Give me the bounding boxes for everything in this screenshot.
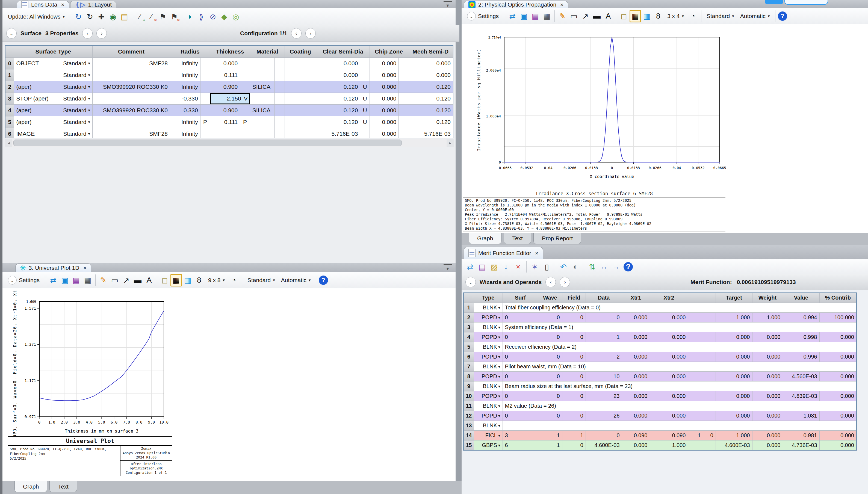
element-tilt-icon[interactable]: ◗	[184, 11, 195, 23]
merit-col-header[interactable]: Data	[586, 293, 622, 303]
automatic-dropdown[interactable]: Automatic▾	[278, 277, 314, 283]
row-number[interactable]: 4	[464, 332, 474, 342]
merit-cell[interactable]	[703, 352, 716, 362]
lens-cell[interactable]: 0.000	[210, 58, 240, 69]
comment-operand-cell[interactable]: Total fiber coupling efficiency (Data = …	[503, 303, 856, 313]
lens-cell[interactable]	[250, 116, 275, 128]
merit-cell[interactable]: 1	[562, 431, 586, 440]
merit-cell[interactable]: 1.000	[650, 440, 688, 451]
merit-cell[interactable]	[688, 391, 703, 401]
row-number[interactable]: 6	[464, 352, 474, 362]
next-config-button[interactable]: ›	[305, 28, 316, 38]
merit-cell[interactable]: 0.000	[650, 411, 688, 421]
merit-cell[interactable]: 4.600E-03	[586, 440, 622, 451]
lens-cell[interactable]: 0.000	[408, 69, 453, 81]
copy-icon[interactable]: ▣	[518, 10, 530, 22]
operand-type-cell[interactable]: POPD▾	[474, 372, 503, 381]
aperture-stop-icon[interactable]: ⊘	[207, 11, 219, 23]
merit-cell[interactable]: 0.000	[650, 391, 688, 401]
settings-dropdown[interactable]: ⌄Settings	[464, 12, 502, 20]
lens-col-header[interactable]: Radius	[170, 45, 210, 58]
merit-cell[interactable]	[703, 313, 716, 323]
merit-cell[interactable]: 6	[503, 440, 538, 451]
operand-type-cell[interactable]: BLNK▾	[474, 323, 503, 332]
merit-cell[interactable]: 23	[586, 391, 622, 401]
lens-cell[interactable]: 0.120	[408, 116, 453, 128]
lens-cell[interactable]	[250, 58, 275, 69]
update-mode-dropdown[interactable]: Update: All Windows▾	[5, 13, 68, 20]
lens-cell[interactable]: 0.120	[408, 81, 453, 93]
bottom-tab-prop-report[interactable]: Prop Report	[533, 233, 581, 244]
lens-cell[interactable]: 0.120	[408, 104, 453, 116]
lens-cell[interactable]: Infinity	[170, 81, 200, 93]
print-icon[interactable]: ▦	[82, 274, 93, 286]
merit-cell[interactable]: 1	[586, 332, 622, 342]
operand-type-cell[interactable]: POPD▾	[474, 313, 503, 323]
wizard-wand-icon[interactable]: ✶	[529, 261, 541, 273]
row-number[interactable]: 7	[464, 362, 474, 372]
merit-cell[interactable]	[688, 411, 703, 421]
lens-cell[interactable]	[200, 58, 210, 69]
lock-icon[interactable]: ◻	[618, 10, 629, 22]
settings-dropdown[interactable]: ⌄Settings	[5, 276, 42, 285]
merit-cell[interactable]: 3	[503, 431, 538, 440]
standard-dropdown[interactable]: Standard▾	[704, 13, 737, 19]
comment-cell[interactable]	[93, 116, 170, 128]
refresh-icon[interactable]: ⇄	[507, 10, 518, 22]
sampling-dropdown[interactable]: 9 x 8▾	[205, 277, 227, 283]
delete-surface-icon[interactable]: ∕×	[146, 11, 157, 23]
close-icon[interactable]: ×	[535, 250, 538, 256]
comment-operand-cell[interactable]: System efficiency (Data = 1)	[503, 323, 856, 332]
row-number[interactable]: 9	[464, 381, 474, 391]
merit-cell[interactable]: 0.000	[716, 332, 752, 342]
lens-cell[interactable]: 0.000	[370, 69, 398, 81]
lens-cell[interactable]	[285, 104, 306, 116]
merit-cell[interactable]: 0.000	[622, 411, 650, 421]
rings-icon[interactable]: 8	[653, 10, 664, 22]
comment-operand-cell[interactable]: Beam radius size at the last surface, mm…	[503, 381, 856, 391]
lens-cell[interactable]	[399, 69, 408, 81]
lens-cell[interactable]	[360, 69, 370, 81]
scroll-right-icon[interactable]: ▸	[447, 139, 454, 147]
row-number[interactable]: 5	[464, 342, 474, 352]
merit-cell[interactable]: 0	[562, 440, 586, 451]
merit-cell[interactable]: 0.000	[716, 372, 752, 381]
delete-operand-icon[interactable]: ×	[512, 261, 524, 273]
row-number[interactable]: 3	[5, 93, 14, 104]
lens-col-header[interactable]: Thickness	[210, 45, 250, 58]
insert-operand-icon[interactable]: ↓	[501, 261, 512, 273]
merit-col-header[interactable]: % Contrib	[819, 293, 856, 303]
lens-cell[interactable]: 0.000	[370, 116, 398, 128]
lens-cell[interactable]	[285, 58, 306, 69]
lens-cell[interactable]	[240, 69, 250, 81]
surface-type-cell[interactable]: (aper)Standard▾	[14, 81, 93, 93]
prev-config-button[interactable]: ‹	[291, 28, 302, 38]
lens-cell[interactable]: 0.111	[210, 116, 240, 128]
comment-operand-cell[interactable]: Receiver efficiency (Data = 2)	[503, 342, 856, 352]
merit-cell[interactable]: 0	[538, 372, 562, 381]
operand-type-cell[interactable]: POPD▾	[474, 411, 503, 421]
merit-cell[interactable]: 0.000	[650, 313, 688, 323]
lens-cell[interactable]	[306, 128, 316, 138]
merit-col-header[interactable]: Xtr1	[622, 293, 650, 303]
lens-cell[interactable]: P	[200, 116, 210, 128]
bottom-tab-graph[interactable]: Graph	[469, 233, 502, 244]
lens-cell[interactable]	[240, 128, 250, 138]
lens-cell[interactable]: 5.716E-03	[408, 128, 453, 138]
annotate-rect-icon[interactable]: ▭	[109, 274, 120, 286]
lens-cell[interactable]	[275, 58, 285, 69]
merit-cell[interactable]: 0	[562, 313, 586, 323]
lens-cell[interactable]	[200, 69, 210, 81]
prev-surface-button[interactable]: ‹	[82, 28, 93, 38]
copy-window-icon[interactable]: ▥	[641, 10, 653, 22]
lens-cell[interactable]	[200, 81, 210, 93]
thickness-cell-selected[interactable]: 2.150V	[210, 93, 250, 104]
lens-cell[interactable]: 0.000	[370, 93, 398, 104]
refresh-icon[interactable]: ⇄	[464, 261, 476, 273]
clock-icon[interactable]: ◔	[228, 274, 240, 286]
merit-cell[interactable]: 0.000	[622, 352, 650, 362]
lens-cell[interactable]	[285, 81, 306, 93]
merit-cell[interactable]: 0	[538, 411, 562, 421]
merit-cell[interactable]	[688, 352, 703, 362]
merit-cell[interactable]: 0.000	[752, 411, 783, 421]
